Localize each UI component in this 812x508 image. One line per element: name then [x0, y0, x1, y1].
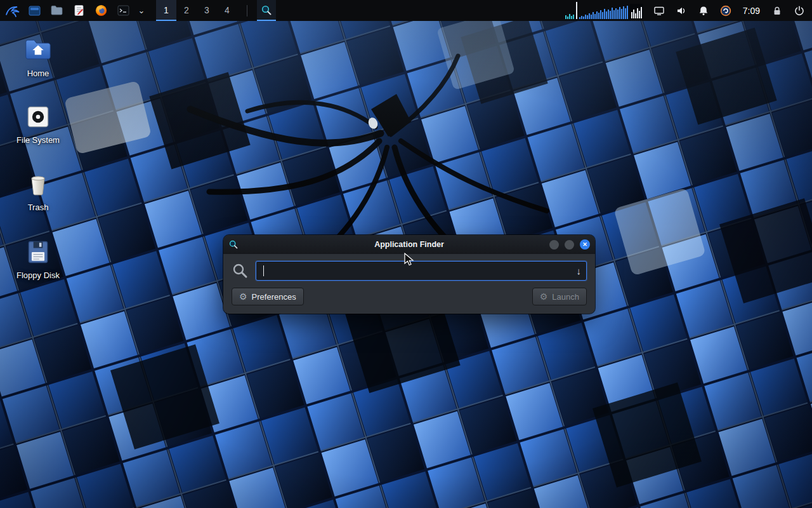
minimize-button[interactable]	[549, 240, 559, 250]
launcher-text-editor[interactable]	[70, 2, 88, 19]
desktop-icon-floppy-disk[interactable]: Floppy Disk	[11, 238, 65, 280]
lock-icon	[771, 5, 783, 17]
search-entry[interactable]: ↓	[256, 261, 587, 281]
desktop-icon-label: Floppy Disk	[16, 271, 60, 280]
terminal-dropdown-chevron-icon[interactable]: ⌄	[137, 2, 146, 19]
tray-notifications[interactable]	[697, 4, 710, 17]
launch-gear-icon: ⚙	[540, 292, 548, 301]
net-graph-bars	[565, 2, 574, 19]
search-icon	[232, 262, 249, 279]
desktop-icon-label: Trash	[28, 203, 49, 212]
mem-graph-bars	[630, 4, 643, 19]
window-controls: ✕	[549, 239, 590, 250]
top-panel: ⌄ 1 2 3 4	[0, 0, 812, 21]
tray-updates[interactable]	[719, 4, 732, 17]
preferences-button[interactable]: ⚙ Preferences	[232, 288, 304, 305]
home-folder-icon	[23, 35, 53, 64]
application-finder-window: Application Finder ✕ ↓ ⚙ Preferences	[223, 235, 595, 314]
panel-right-area: 7:09	[565, 0, 808, 21]
graph-divider	[576, 2, 577, 19]
tray-screen-lock[interactable]	[771, 4, 783, 17]
trash-icon	[24, 170, 52, 198]
window-magnifier-icon	[228, 239, 239, 250]
titlebar[interactable]: Application Finder ✕	[223, 235, 595, 254]
launcher-file-manager[interactable]	[26, 2, 43, 19]
magnifier-icon	[261, 4, 272, 16]
desktop-icon-label: File System	[16, 135, 60, 145]
tray-display[interactable]	[653, 4, 665, 17]
file-system-icon	[24, 103, 52, 131]
floppy-disk-icon	[24, 238, 52, 266]
file-manager-icon	[28, 4, 41, 17]
workspace-switcher: 1 2 3 4	[156, 0, 237, 21]
launch-button[interactable]: ⚙ Launch	[532, 288, 587, 305]
desktop-icon-home[interactable]: Home	[11, 35, 65, 78]
taskbar-application-finder[interactable]	[257, 0, 276, 21]
update-icon	[720, 5, 731, 17]
workspace-3[interactable]: 3	[197, 0, 217, 21]
desktop-icon-trash[interactable]: Trash	[11, 170, 65, 212]
workspace-1[interactable]: 1	[156, 0, 176, 21]
preferences-label: Preferences	[252, 292, 296, 302]
maximize-button[interactable]	[565, 240, 574, 250]
firefox-icon	[95, 4, 108, 17]
folder-icon	[50, 4, 63, 17]
close-button[interactable]: ✕	[580, 239, 590, 250]
bell-icon	[698, 5, 709, 17]
system-monitor-graphs[interactable]	[565, 2, 643, 19]
launcher-file-browser[interactable]	[48, 2, 65, 19]
tray-volume[interactable]	[675, 4, 688, 17]
kali-logo-icon	[5, 3, 20, 18]
panel-clock[interactable]: 7:09	[742, 6, 761, 16]
kali-menu-button[interactable]	[4, 2, 21, 19]
text-caret	[263, 265, 264, 276]
panel-separator	[247, 5, 247, 17]
launcher-terminal[interactable]	[115, 2, 132, 19]
terminal-icon	[117, 4, 130, 17]
search-input[interactable]	[265, 262, 573, 280]
window-title: Application Finder	[223, 240, 595, 249]
launcher-firefox[interactable]	[93, 2, 110, 19]
power-icon	[794, 5, 805, 17]
gear-icon: ⚙	[239, 292, 247, 301]
text-editor-icon	[72, 4, 86, 17]
tray-logout[interactable]	[793, 4, 806, 17]
close-icon: ✕	[582, 242, 587, 248]
finder-body: ↓ ⚙ Preferences ⚙ Launch	[223, 254, 595, 314]
launch-label: Launch	[552, 292, 579, 302]
desktop-icon-file-system[interactable]: File System	[11, 103, 65, 145]
workspace-4[interactable]: 4	[217, 0, 237, 21]
speaker-icon	[676, 5, 687, 17]
combo-arrow-icon[interactable]: ↓	[573, 265, 582, 276]
workspace-2[interactable]: 2	[176, 0, 197, 21]
display-icon	[653, 5, 665, 17]
desktop-icon-label: Home	[27, 69, 49, 78]
cpu-graph-bars	[579, 2, 628, 19]
